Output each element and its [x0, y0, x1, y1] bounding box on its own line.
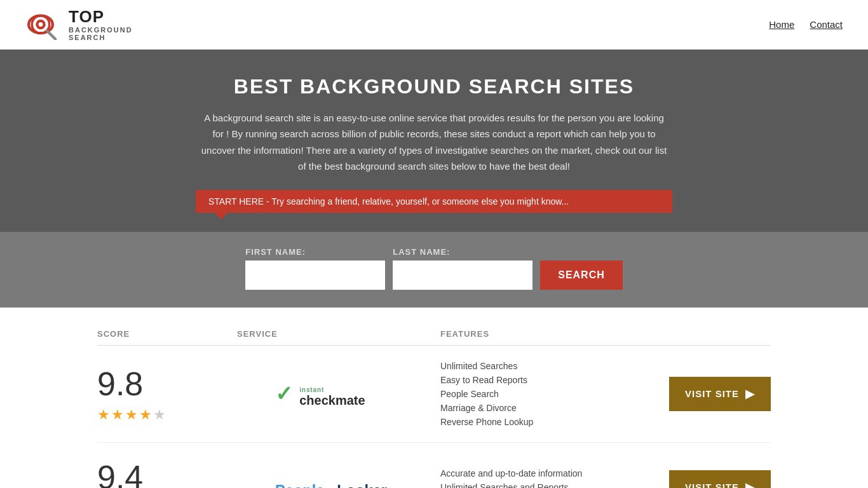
last-name-group: LAST NAME:: [393, 247, 532, 290]
svg-text:✓: ✓: [275, 382, 293, 405]
features-col-1: Unlimited Searches Easy to Read Reports …: [440, 361, 644, 427]
col-action-header: [644, 329, 771, 339]
hero-description: A background search site is an easy-to-u…: [199, 110, 669, 175]
score-value-2: 9.4: [97, 458, 143, 488]
callout-banner: START HERE - Try searching a friend, rel…: [196, 190, 672, 213]
peoplelooker-logo: People Looker: [275, 471, 402, 488]
logo-bottom-text: BACKGROUNDSEARCH: [69, 26, 133, 41]
svg-text:checkmate: checkmate: [299, 393, 365, 407]
first-name-group: FIRST NAME:: [245, 247, 385, 290]
stars-1: ★★★★★: [97, 407, 167, 423]
table-header: SCORE SERVICE FEATURES: [97, 320, 771, 346]
site-header: TOP BACKGROUNDSEARCH Home Contact: [0, 0, 868, 50]
feature-1-1: Unlimited Searches: [440, 361, 644, 371]
col-service-header: SERVICE: [237, 329, 440, 339]
search-section: FIRST NAME: LAST NAME: SEARCH: [0, 232, 868, 308]
hero-section: BEST BACKGROUND SEARCH SITES A backgroun…: [0, 50, 868, 232]
feature-1-5: Reverse Phone Lookup: [440, 417, 644, 427]
feature-2-1: Accurate and up-to-date information: [440, 468, 644, 478]
visit-label-2: VISIT SITE: [685, 482, 739, 488]
search-form: FIRST NAME: LAST NAME: SEARCH: [13, 247, 855, 290]
first-name-label: FIRST NAME:: [245, 247, 385, 257]
hero-title: BEST BACKGROUND SEARCH SITES: [13, 75, 855, 98]
visit-site-button-1[interactable]: VISIT SITE ▶: [669, 377, 771, 411]
svg-point-2: [39, 22, 43, 27]
logo: TOP BACKGROUNDSEARCH: [25, 8, 133, 41]
results-table-section: SCORE SERVICE FEATURES 9.8 ★★★★★ ✓ insta…: [85, 320, 783, 488]
search-button[interactable]: SEARCH: [540, 261, 623, 290]
svg-text:instant: instant: [299, 386, 324, 393]
table-row: 9.4 ★★★★★ People Looker Accurate and up-…: [97, 443, 771, 488]
last-name-label: LAST NAME:: [393, 247, 532, 257]
svg-text:Looker: Looker: [337, 482, 387, 488]
score-value-1: 9.8: [97, 365, 143, 403]
arrow-icon-2: ▶: [745, 480, 755, 488]
score-col-1: 9.8 ★★★★★: [97, 365, 237, 423]
feature-1-3: People Search: [440, 389, 644, 399]
feature-1-4: Marriage & Divorce: [440, 403, 644, 413]
feature-2-2: Unlimited Searches and Reports: [440, 482, 644, 488]
visit-col-2: VISIT SITE ▶: [644, 470, 771, 488]
service-col-2: People Looker: [237, 471, 440, 488]
svg-text:People: People: [275, 482, 324, 488]
arrow-icon-1: ▶: [745, 387, 755, 401]
col-score-header: SCORE: [97, 329, 237, 339]
visit-site-button-2[interactable]: VISIT SITE ▶: [669, 470, 771, 488]
logo-text: TOP BACKGROUNDSEARCH: [69, 8, 133, 41]
svg-line-4: [47, 31, 55, 39]
logo-top-text: TOP: [69, 8, 133, 26]
main-nav: Home Contact: [769, 19, 843, 30]
last-name-input[interactable]: [393, 261, 532, 290]
visit-label-1: VISIT SITE: [685, 388, 739, 399]
checkmate-logo: ✓ instant checkmate: [275, 378, 402, 410]
service-col-1: ✓ instant checkmate: [237, 378, 440, 410]
features-col-2: Accurate and up-to-date information Unli…: [440, 468, 644, 488]
score-col-2: 9.4 ★★★★★: [97, 458, 237, 488]
col-features-header: FEATURES: [440, 329, 644, 339]
callout-text: START HERE - Try searching a friend, rel…: [208, 196, 569, 207]
nav-contact[interactable]: Contact: [810, 19, 843, 30]
logo-icon: [25, 8, 64, 40]
table-row: 9.8 ★★★★★ ✓ instant checkmate Unlimited …: [97, 346, 771, 443]
first-name-input[interactable]: [245, 261, 385, 290]
nav-home[interactable]: Home: [769, 19, 794, 30]
visit-col-1: VISIT SITE ▶: [644, 377, 771, 411]
feature-1-2: Easy to Read Reports: [440, 375, 644, 385]
